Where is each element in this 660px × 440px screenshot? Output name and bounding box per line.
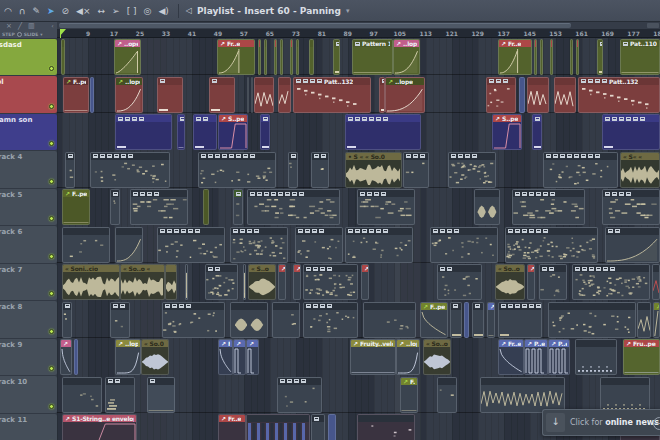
pattern-clip[interactable] (472, 302, 484, 338)
clip-strip[interactable] (464, 302, 469, 338)
clip-fru-pe[interactable]: ↗Fru..pe (623, 339, 660, 375)
track-led[interactable] (49, 254, 54, 259)
clip-fruity-velope[interactable]: ↗Fruity..velope (350, 339, 396, 375)
timeline-ruler[interactable]: 9172533414957657381899710511312112913714… (57, 29, 660, 38)
clip--so-o[interactable]: « So..o (495, 264, 525, 300)
step-slide-controls[interactable]: STEP SLIDE ▾ (0, 31, 57, 38)
clip[interactable]: ↗ (653, 302, 660, 338)
clip[interactable] (62, 377, 102, 413)
download-icon[interactable]: ↓ (546, 413, 565, 432)
pattern-clip[interactable] (345, 114, 421, 150)
clip[interactable]: ↗ (527, 264, 535, 300)
clip-p-e[interactable]: ↗P..e (524, 339, 548, 375)
clip-f-pe[interactable]: ↗F..pe (420, 302, 448, 338)
track-led[interactable] (49, 141, 54, 146)
track-led[interactable] (49, 404, 54, 409)
pattern-clip[interactable] (486, 77, 516, 113)
track-header-track-9[interactable]: Track 9 (0, 339, 57, 376)
clip-f-[interactable]: ↗F.. (400, 377, 418, 413)
pattern-clip[interactable] (333, 39, 340, 75)
clip[interactable] (230, 302, 268, 338)
clip[interactable]: ↗ (361, 264, 369, 300)
clip-patt-132[interactable]: Patt..132 (578, 77, 660, 113)
clip-p-e[interactable]: ↗P..e (548, 339, 570, 375)
clip-strip[interactable] (74, 339, 78, 375)
pattern-clip[interactable] (430, 227, 498, 263)
clip--lope[interactable]: ↗..lope (115, 339, 141, 375)
scrollbar-thumb[interactable] (59, 23, 571, 28)
track-header-track-6[interactable]: Track 6 (0, 226, 57, 263)
step-toggle[interactable] (17, 32, 22, 37)
clip--s-[interactable]: « S« « (620, 152, 660, 188)
clip[interactable] (554, 77, 576, 113)
clip[interactable] (527, 77, 549, 113)
pattern-clip[interactable] (198, 152, 276, 188)
clip[interactable] (115, 227, 143, 263)
pattern-clip[interactable] (572, 264, 650, 300)
clip--s-so-0[interactable]: • S « « So.0 (345, 152, 402, 188)
pattern-clip[interactable] (65, 152, 75, 188)
track-header-asdasd[interactable]: asdasd (0, 39, 57, 76)
pattern-clip[interactable] (602, 189, 660, 225)
paint-tool-icon[interactable]: ➤ (47, 0, 55, 22)
pattern-clip[interactable] (505, 227, 598, 263)
playback-speaker-icon[interactable]: ◀) (158, 0, 168, 22)
slide-tool-icon[interactable]: ↔ (98, 0, 106, 22)
clip-strip[interactable] (203, 189, 209, 225)
clip[interactable]: ↗ (487, 302, 495, 338)
clip-f-pe[interactable]: ↗F..pe (62, 189, 90, 225)
window-title-dropdown[interactable]: ◁ Playlist - Insert 60 - Panning ▾ (186, 6, 350, 16)
pattern-clip[interactable] (597, 39, 603, 75)
clip[interactable]: ↗ (293, 264, 301, 300)
track-led[interactable] (49, 66, 54, 71)
track-header-track-5[interactable]: Track 5 (0, 189, 57, 226)
clip[interactable] (278, 77, 291, 113)
clip[interactable] (480, 377, 565, 413)
clip[interactable] (652, 264, 660, 300)
clip-strip[interactable] (61, 39, 65, 75)
clip-strip[interactable] (576, 39, 579, 75)
pattern-clip[interactable] (303, 302, 358, 338)
track-led[interactable] (49, 291, 54, 296)
pattern-clip[interactable] (230, 227, 288, 263)
pattern-clip[interactable] (311, 414, 325, 440)
pattern-clip[interactable] (247, 189, 340, 225)
track-header-track-4[interactable]: Track 4 (0, 151, 57, 188)
clip-f-pe[interactable]: ↗F..pe (63, 77, 89, 113)
clip-fr-e[interactable]: ↗Fr..e (217, 39, 255, 75)
track-header-lol[interactable]: lol (0, 76, 57, 113)
pattern-clip[interactable] (209, 77, 235, 113)
clip--lope[interactable]: ↗..lope (393, 39, 420, 75)
clip-strip[interactable] (251, 77, 253, 113)
clip[interactable] (243, 264, 246, 300)
pointer-partial-icon[interactable]: ◠ (4, 0, 12, 22)
scrollbar-secondary-thumb[interactable] (647, 23, 659, 28)
select-tool-icon[interactable]: ➢ (112, 0, 120, 22)
pattern-clip[interactable] (193, 114, 217, 150)
pattern-clip[interactable] (602, 114, 660, 150)
horizontal-scrollbar[interactable]: ‹ (57, 22, 660, 29)
track-header-track-7[interactable]: Track 7 (0, 264, 57, 301)
pattern-clip[interactable] (105, 377, 135, 413)
clip[interactable] (357, 414, 415, 440)
clip-strip[interactable] (290, 39, 293, 75)
clip-strip[interactable] (550, 39, 553, 75)
clip-fr-e[interactable]: ↗Fr..e (218, 414, 246, 440)
track-header-track-10[interactable]: Track 10 (0, 376, 57, 413)
clip--ope[interactable]: ↗..ope (114, 39, 141, 75)
clip[interactable]: ↗ (278, 264, 286, 300)
pattern-clip[interactable] (437, 264, 482, 300)
pattern-clip[interactable] (62, 302, 72, 338)
clip-strip[interactable] (90, 77, 94, 113)
clip-s-pe[interactable]: ↗S..pe (218, 114, 248, 150)
pattern-clip[interactable] (110, 302, 130, 338)
pattern-clip[interactable] (303, 264, 358, 300)
clip--soni-cio[interactable]: « Soni..cio (62, 264, 120, 300)
clip[interactable] (272, 302, 300, 338)
clip-strip[interactable] (309, 39, 314, 75)
clip--s-o[interactable]: « S..o (248, 264, 276, 300)
slide-clip-icon[interactable]: ╱ (18, 22, 22, 31)
clip--so-0[interactable]: « So.0 (141, 339, 169, 375)
clip-pattern-110[interactable]: Pattern 110 (352, 39, 393, 75)
clip-strip[interactable] (570, 39, 573, 75)
